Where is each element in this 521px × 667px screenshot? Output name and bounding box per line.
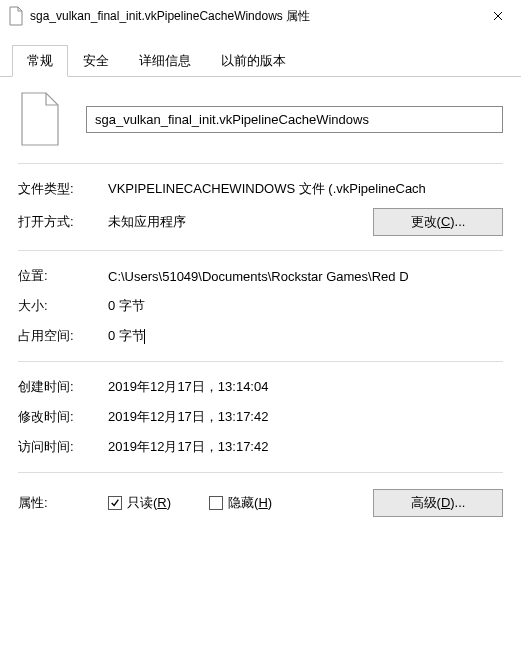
filetype-label: 文件类型:: [18, 180, 108, 198]
tab-previous-versions[interactable]: 以前的版本: [206, 45, 301, 77]
file-large-icon: [18, 91, 62, 147]
divider: [18, 361, 503, 362]
filetype-value: VKPIPELINECACHEWINDOWS 文件 (.vkPipelineCa…: [108, 180, 503, 198]
divider: [18, 250, 503, 251]
opens-with-value: 未知应用程序: [108, 213, 361, 231]
readonly-label: 只读(R): [127, 494, 171, 512]
size-on-disk-label: 占用空间:: [18, 327, 108, 345]
size-label: 大小:: [18, 297, 108, 315]
divider: [18, 472, 503, 473]
tab-strip: 常规 安全 详细信息 以前的版本: [0, 44, 521, 77]
attributes-label: 属性:: [18, 494, 108, 512]
properties-panel: sga_vulkan_final_init.vkPipelineCacheWin…: [0, 77, 521, 537]
location-label: 位置:: [18, 267, 108, 285]
readonly-checkbox[interactable]: 只读(R): [108, 494, 171, 512]
hidden-checkbox[interactable]: 隐藏(H): [209, 494, 272, 512]
size-value: 0 字节: [108, 297, 503, 315]
change-button[interactable]: 更改(C)...: [373, 208, 503, 236]
tab-security[interactable]: 安全: [68, 45, 124, 77]
checkbox-icon: [108, 496, 122, 510]
opens-with-label: 打开方式:: [18, 213, 108, 231]
modified-value: 2019年12月17日，13:17:42: [108, 408, 503, 426]
size-on-disk-value: 0 字节: [108, 327, 503, 345]
tab-details[interactable]: 详细信息: [124, 45, 206, 77]
filename-input[interactable]: sga_vulkan_final_init.vkPipelineCacheWin…: [86, 106, 503, 133]
tab-general[interactable]: 常规: [12, 45, 68, 77]
created-label: 创建时间:: [18, 378, 108, 396]
advanced-button[interactable]: 高级(D)...: [373, 489, 503, 517]
modified-label: 修改时间:: [18, 408, 108, 426]
location-value: C:\Users\51049\Documents\Rockstar Games\…: [108, 269, 503, 284]
title-bar: sga_vulkan_final_init.vkPipelineCacheWin…: [0, 0, 521, 32]
checkbox-icon: [209, 496, 223, 510]
created-value: 2019年12月17日，13:14:04: [108, 378, 503, 396]
file-icon: [8, 6, 24, 26]
accessed-label: 访问时间:: [18, 438, 108, 456]
divider: [18, 163, 503, 164]
hidden-label: 隐藏(H): [228, 494, 272, 512]
close-button[interactable]: [475, 0, 521, 32]
accessed-value: 2019年12月17日，13:17:42: [108, 438, 503, 456]
window-title: sga_vulkan_final_init.vkPipelineCacheWin…: [30, 8, 475, 25]
